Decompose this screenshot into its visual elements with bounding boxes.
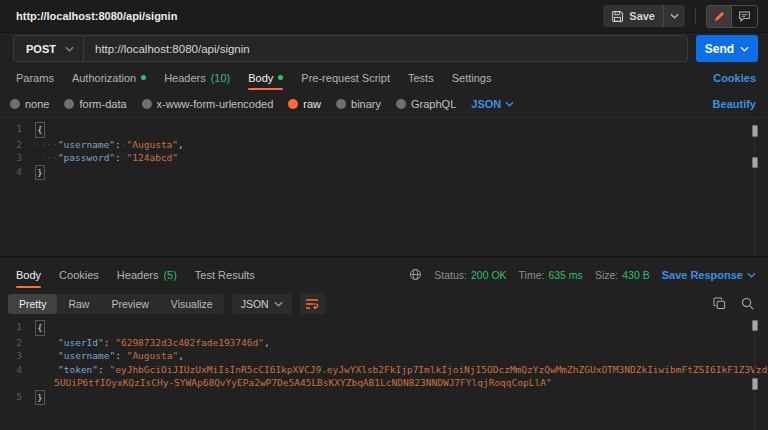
- edit-documentation-button[interactable]: [707, 6, 732, 27]
- json-string-value: "Augusta": [127, 349, 178, 363]
- comment-bubble-icon: [738, 10, 751, 23]
- send-button[interactable]: Send: [696, 35, 758, 62]
- body-type-form-data[interactable]: form-data: [64, 98, 126, 110]
- tab-params[interactable]: Params: [16, 64, 54, 91]
- json-token-value-line2: 5UUiP6tfIOyxKQzIsCHy-SYWAp68QvYyEPa2wP7D…: [54, 376, 552, 390]
- scrollbar-track: [754, 317, 755, 430]
- chevron-down-icon[interactable]: [740, 46, 749, 52]
- chevron-down-icon: [747, 272, 756, 278]
- method-select[interactable]: POST: [14, 36, 84, 61]
- fold-gutter[interactable]: [22, 390, 35, 406]
- code-line: 3····"password":·"124abcd": [0, 151, 768, 165]
- body-type-binary-label: binary: [351, 98, 381, 110]
- cookies-link[interactable]: Cookies: [713, 72, 756, 84]
- tab-body-label: Body: [248, 72, 273, 84]
- view-pretty[interactable]: Pretty: [8, 294, 57, 314]
- tab-tests[interactable]: Tests: [408, 64, 434, 91]
- response-tab-body-label: Body: [16, 269, 41, 281]
- body-status-dot: [278, 75, 283, 80]
- fold-gutter[interactable]: [22, 336, 35, 350]
- request-editor-scrollbar-mark[interactable]: [752, 157, 758, 168]
- fold-gutter[interactable]: [22, 122, 35, 138]
- tab-tests-label: Tests: [408, 72, 434, 84]
- fold-gutter[interactable]: [22, 363, 35, 377]
- save-button[interactable]: Save: [603, 5, 685, 27]
- request-title: http://localhost:8080/api/signin: [16, 10, 603, 22]
- documentation-comments-toggle: [706, 5, 758, 28]
- response-tab-cookies[interactable]: Cookies: [59, 260, 99, 289]
- time-label: Time:: [519, 269, 545, 281]
- view-visualize[interactable]: Visualize: [160, 294, 224, 314]
- body-type-graphql[interactable]: GraphQL: [396, 98, 456, 110]
- response-headers-count-badge: (5): [163, 269, 176, 281]
- json-key: "token": [58, 363, 98, 377]
- response-format-select[interactable]: JSON: [232, 294, 292, 314]
- response-viewer-scrollbar-thumb[interactable]: [752, 320, 758, 331]
- tab-pre-request-script[interactable]: Pre-request Script: [301, 64, 390, 91]
- url-input[interactable]: http://localhost:8080/api/signin: [84, 36, 261, 61]
- tab-pre-request-label: Pre-request Script: [301, 72, 390, 84]
- beautify-link[interactable]: Beautify: [713, 98, 756, 110]
- close-brace: }: [35, 390, 45, 406]
- response-viewer-scrollbar-mark[interactable]: [752, 378, 758, 390]
- code-line: 3"username": "Augusta",: [0, 349, 768, 363]
- request-body-editor[interactable]: 1{ 2····"username":·"Augusta", 3····"pas…: [0, 117, 768, 256]
- tab-body[interactable]: Body: [248, 64, 283, 91]
- fold-gutter[interactable]: [22, 320, 35, 336]
- body-type-row: none form-data x-www-form-urlencoded raw…: [0, 92, 768, 116]
- fold-gutter[interactable]: [22, 151, 35, 165]
- search-response-icon[interactable]: [741, 297, 754, 310]
- request-title-bar: http://localhost:8080/api/signin Save: [0, 0, 768, 33]
- tab-authorization-label: Authorization: [72, 72, 136, 84]
- code-line: 5}: [0, 390, 768, 406]
- authorization-status-dot: [141, 75, 146, 80]
- save-button-main[interactable]: Save: [603, 10, 663, 23]
- copy-response-icon[interactable]: [713, 297, 726, 310]
- tab-headers[interactable]: Headers (10): [164, 64, 230, 91]
- response-tab-test-results[interactable]: Test Results: [195, 260, 255, 289]
- request-editor-scrollbar-thumb[interactable]: [752, 125, 758, 137]
- request-tabs: Params Authorization Headers (10) Body P…: [0, 64, 768, 91]
- response-format-label: JSON: [241, 298, 269, 310]
- wrap-text-button[interactable]: [300, 293, 325, 314]
- body-type-binary[interactable]: binary: [336, 98, 381, 110]
- code-line: 1{: [0, 122, 768, 138]
- fold-gutter[interactable]: [22, 349, 35, 363]
- view-preview[interactable]: Preview: [100, 294, 159, 314]
- save-options-button[interactable]: [663, 5, 685, 27]
- radio-icon: [64, 99, 74, 109]
- response-tab-body[interactable]: Body: [16, 260, 41, 289]
- fold-gutter[interactable]: [22, 165, 35, 181]
- json-key: "userId": [58, 336, 104, 350]
- tab-authorization[interactable]: Authorization: [72, 64, 146, 91]
- code-line: 2····"username":·"Augusta",: [0, 138, 768, 152]
- body-type-none[interactable]: none: [10, 98, 49, 110]
- save-response-button[interactable]: Save Response: [662, 269, 756, 281]
- json-key: "password": [58, 151, 115, 165]
- indent: [35, 376, 54, 390]
- size-badge: Size: 430 B: [595, 269, 650, 281]
- topbar-separator: [695, 8, 696, 24]
- response-tab-test-results-label: Test Results: [195, 269, 255, 281]
- body-type-urlencoded[interactable]: x-www-form-urlencoded: [142, 98, 274, 110]
- response-tab-headers[interactable]: Headers (5): [117, 260, 177, 289]
- json-string-value: "6298732d3c402fade193746d": [115, 336, 264, 350]
- url-container: POST http://localhost:8080/api/signin: [13, 35, 688, 62]
- tab-settings[interactable]: Settings: [452, 64, 492, 91]
- body-type-raw[interactable]: raw: [288, 98, 321, 110]
- response-tab-cookies-label: Cookies: [59, 269, 99, 281]
- chevron-down-icon: [505, 101, 514, 107]
- raw-format-select[interactable]: JSON: [471, 98, 514, 110]
- response-view-toolbar: Pretty Raw Preview Visualize JSON: [0, 292, 768, 315]
- chevron-down-icon: [670, 13, 679, 19]
- request-response-splitter[interactable]: [0, 256, 768, 258]
- indent: [35, 336, 58, 350]
- response-tabs: Body Cookies Headers (5) Test Results St…: [0, 260, 768, 289]
- fold-gutter[interactable]: [22, 138, 35, 152]
- network-globe-icon[interactable]: [409, 268, 422, 281]
- tab-headers-label: Headers: [164, 72, 206, 84]
- comments-button[interactable]: [732, 6, 757, 27]
- line-number: 3: [0, 349, 22, 363]
- punctuation: ,: [264, 336, 270, 350]
- view-raw[interactable]: Raw: [57, 294, 100, 314]
